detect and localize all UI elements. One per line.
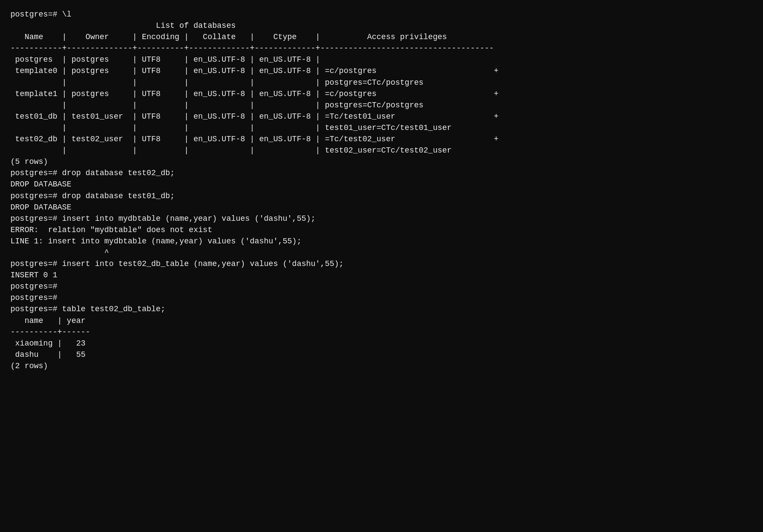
row-postgres-1: postgres | postgres | UTF8 | en_US.UTF-8… (10, 54, 753, 65)
result-insert: INSERT 0 1 (10, 269, 753, 281)
table-divider: ----------+------ (10, 326, 753, 338)
row-test01-2: | | | | | test01_user=CTc/test01_user (10, 122, 753, 133)
error-line2: LINE 1: insert into mydbtable (name,year… (10, 236, 753, 247)
cmd-drop-test02: postgres=# drop database test02_db; (10, 167, 753, 179)
cmd-table: postgres=# table test02_db_table; (10, 303, 753, 315)
prompt-2: postgres=# (10, 292, 753, 303)
row-test01-1: test01_db | test01_user | UTF8 | en_US.U… (10, 111, 753, 122)
row-test02-2: | | | | | test02_user=CTc/test02_user (10, 145, 753, 156)
result-drop-test02: DROP DATABASE (10, 179, 753, 190)
row-template0-2: | | | | | postgres=CTc/postgres (10, 77, 753, 88)
list-header-title: List of databases (10, 20, 753, 31)
table-header: name | year (10, 315, 753, 326)
cmd-backslash-l: postgres=# \l (10, 9, 753, 20)
row-template0-1: template0 | postgres | UTF8 | en_US.UTF-… (10, 65, 753, 76)
terminal-output: postgres=# \l List of databases Name | O… (10, 9, 753, 372)
row-template1-1: template1 | postgres | UTF8 | en_US.UTF-… (10, 88, 753, 100)
cmd-drop-test01: postgres=# drop database test01_db; (10, 190, 753, 202)
table-row1: xiaoming | 23 (10, 338, 753, 349)
cmd-insert-test02: postgres=# insert into test02_db_table (… (10, 258, 753, 269)
error-caret: ^ (10, 247, 753, 258)
row-test02-1: test02_db | test02_user | UTF8 | en_US.U… (10, 133, 753, 145)
cmd-insert-mydb: postgres=# insert into mydbtable (name,y… (10, 213, 753, 224)
rows-count: (5 rows) (10, 156, 753, 167)
list-header-cols: Name | Owner | Encoding | Collate | Ctyp… (10, 31, 753, 43)
table-row2: dashu | 55 (10, 349, 753, 360)
error-line1: ERROR: relation "mydbtable" does not exi… (10, 224, 753, 236)
row-template1-2: | | | | | postgres=CTc/postgres (10, 100, 753, 111)
result-drop-test01: DROP DATABASE (10, 202, 753, 213)
prompt-1: postgres=# (10, 281, 753, 292)
list-divider: -----------+--------------+----------+--… (10, 43, 753, 54)
table-count: (2 rows) (10, 360, 753, 372)
